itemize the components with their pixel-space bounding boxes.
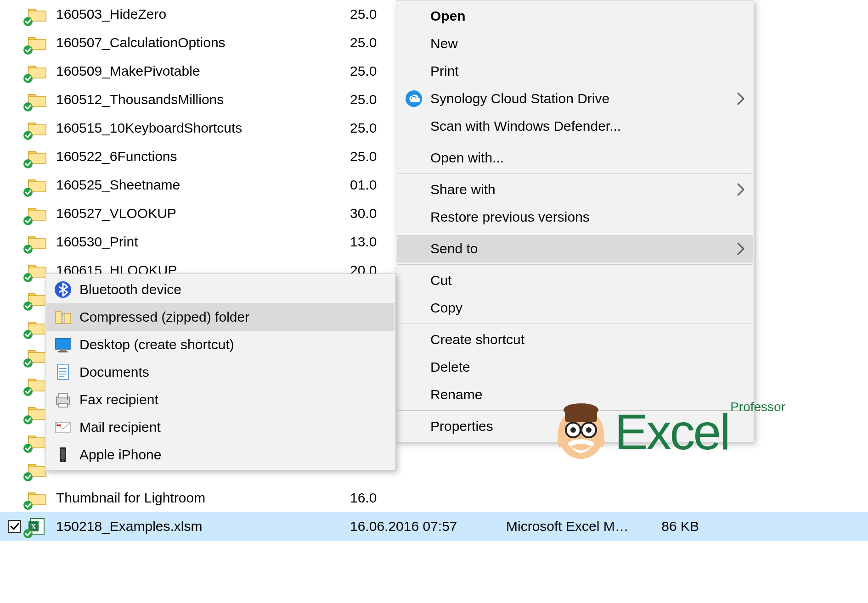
file-row-selected[interactable]: 150218_Examples.xlsm 16.06.2016 07:57 Mi… (0, 512, 868, 541)
file-name: 160507_CalculationOptions (56, 35, 350, 50)
checkbox-icon[interactable] (8, 520, 21, 533)
folder-icon (28, 175, 47, 195)
sync-badge-icon (23, 273, 33, 283)
sync-badge-icon (23, 500, 33, 510)
menu-label: Rename (430, 387, 482, 402)
folder-icon (28, 232, 47, 251)
sync-badge-icon (23, 443, 33, 453)
sync-badge-icon (23, 130, 33, 140)
menu-label: Mail recipient (79, 419, 161, 435)
menu-label: Delete (430, 359, 470, 375)
file-name: 150218_Examples.xlsm (56, 519, 350, 534)
menu-separator (398, 173, 752, 174)
menu-separator (398, 233, 752, 233)
xlsm-icon (28, 517, 47, 536)
folder-icon (28, 5, 47, 24)
fax-icon (54, 391, 72, 409)
sync-badge-icon (23, 529, 33, 539)
menu-item-new[interactable]: New (397, 30, 753, 57)
submenu-item-desktop[interactable]: Desktop (create shortcut) (46, 331, 395, 358)
sync-badge-icon (23, 17, 33, 27)
menu-item-open[interactable]: Open (397, 2, 753, 30)
file-date: 16.06.2016 07:57 (350, 519, 506, 534)
menu-label: Fax recipient (79, 392, 158, 408)
context-menu[interactable]: Open New Print Synology Cloud Station Dr… (396, 0, 754, 442)
menu-label: Documents (79, 364, 149, 380)
folder-icon (28, 403, 47, 422)
menu-label: Scan with Windows Defender... (430, 118, 621, 134)
file-size: 86 KB (644, 519, 699, 534)
menu-label: Properties (430, 419, 493, 434)
folder-icon (28, 204, 47, 223)
sync-badge-icon (23, 415, 33, 425)
menu-label: Apple iPhone (79, 447, 161, 463)
bluetooth-icon (54, 280, 72, 299)
menu-item-print[interactable]: Print (397, 57, 753, 85)
menu-label: Cut (430, 273, 452, 288)
file-name: 160509_MakePivotable (56, 63, 350, 79)
folder-icon (28, 460, 47, 479)
sync-badge-icon (23, 386, 33, 396)
menu-label: Share with (430, 182, 496, 197)
menu-item-create-shortcut[interactable]: Create shortcut (397, 326, 753, 353)
folder-icon (28, 346, 47, 365)
menu-item-send-to[interactable]: Send to (397, 235, 753, 262)
file-name: 160522_6Functions (56, 149, 350, 164)
menu-item-cut[interactable]: Cut (397, 267, 753, 294)
folder-icon (28, 33, 47, 52)
menu-label: Restore previous versions (430, 209, 590, 225)
menu-label: New (430, 36, 458, 51)
menu-label: Print (430, 63, 459, 79)
menu-item-share-with[interactable]: Share with (397, 176, 753, 203)
submenu-item-mail[interactable]: Mail recipient (46, 413, 395, 441)
menu-item-properties[interactable]: Properties (397, 413, 753, 440)
file-name: 160530_Print (56, 234, 350, 250)
folder-icon (28, 61, 47, 81)
menu-label: Send to (430, 241, 478, 257)
chevron-right-icon (737, 92, 745, 105)
sendto-submenu[interactable]: Bluetooth device Compressed (zipped) fol… (45, 274, 396, 471)
menu-item-copy[interactable]: Copy (397, 294, 753, 322)
menu-item-restore[interactable]: Restore previous versions (397, 203, 753, 231)
sync-badge-icon (23, 73, 33, 84)
cloud-icon (405, 89, 423, 108)
sync-badge-icon (23, 102, 33, 112)
file-date: 16.0 (350, 490, 488, 506)
submenu-item-fax[interactable]: Fax recipient (46, 386, 395, 413)
sync-badge-icon (23, 45, 33, 55)
sync-badge-icon (23, 216, 33, 226)
submenu-item-iphone[interactable]: Apple iPhone (46, 441, 395, 469)
desktop-icon (54, 335, 72, 354)
file-type: Microsoft Excel M… (506, 519, 644, 534)
sync-badge-icon (23, 187, 33, 197)
menu-item-rename[interactable]: Rename (397, 381, 753, 408)
file-name: 160525_Sheetname (56, 177, 350, 193)
file-name: Thumbnail for Lightroom (56, 490, 350, 506)
mail-icon (54, 418, 72, 436)
menu-item-delete[interactable]: Delete (397, 353, 753, 381)
menu-item-open-with[interactable]: Open with... (397, 144, 753, 172)
menu-label: Open with... (430, 150, 504, 166)
folder-icon (28, 147, 47, 166)
menu-label: Desktop (create shortcut) (79, 337, 234, 352)
submenu-item-zip[interactable]: Compressed (zipped) folder (46, 303, 395, 331)
menu-separator (398, 264, 752, 265)
menu-separator (398, 410, 752, 411)
menu-item-defender[interactable]: Scan with Windows Defender... (397, 112, 753, 140)
submenu-item-documents[interactable]: Documents (46, 358, 395, 386)
file-name: 160527_VLOOKUP (56, 206, 350, 221)
submenu-item-bluetooth[interactable]: Bluetooth device (46, 276, 395, 303)
zip-folder-icon (54, 308, 72, 326)
menu-label: Open (430, 8, 466, 24)
menu-item-cloud[interactable]: Synology Cloud Station Drive (397, 85, 753, 112)
sync-badge-icon (23, 472, 33, 482)
sync-badge-icon (23, 329, 33, 340)
folder-icon (28, 431, 47, 451)
folder-icon (28, 374, 47, 394)
file-row[interactable]: Thumbnail for Lightroom 16.0 (0, 484, 868, 512)
chevron-right-icon (737, 183, 745, 196)
menu-label: Compressed (zipped) folder (79, 309, 249, 325)
menu-label: Bluetooth device (79, 282, 181, 297)
sync-badge-icon (23, 159, 33, 169)
folder-icon (28, 289, 47, 308)
